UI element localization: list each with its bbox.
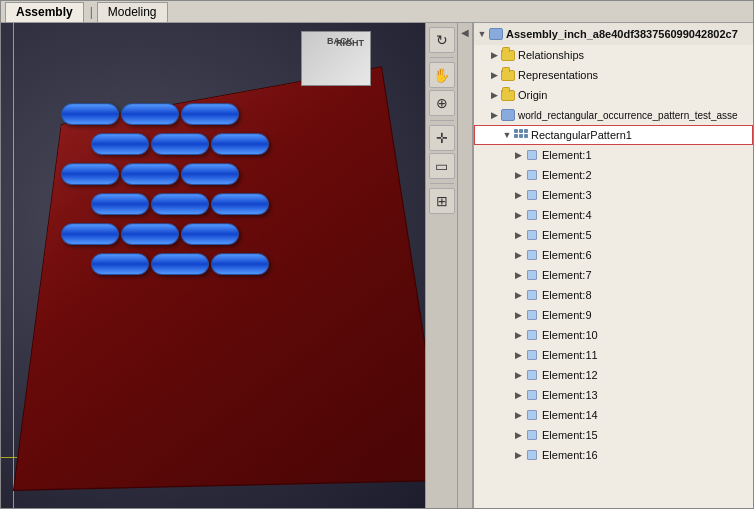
tree-item-element-8[interactable]: ▶ Element:8	[474, 285, 753, 305]
tree-item-element-14[interactable]: ▶ Element:14	[474, 405, 753, 425]
element-2-expander[interactable]: ▶	[512, 169, 524, 181]
rectangular-pattern-label: RectangularPattern1	[531, 129, 632, 141]
element-13-label: Element:13	[542, 389, 598, 401]
tree-item-world-occurrence[interactable]: ▶ world_rectangular_occurrence_pattern_t…	[474, 105, 753, 125]
element-icon-13	[524, 388, 540, 402]
root-expander[interactable]: ▼	[476, 28, 488, 40]
representations-label: Representations	[518, 69, 598, 81]
world-expander[interactable]: ▶	[488, 109, 500, 121]
tree-item-rectangular-pattern[interactable]: ▼ RectangularPattern1	[474, 125, 753, 145]
tree-item-element-6[interactable]: ▶ Element:6	[474, 245, 753, 265]
element-8-expander[interactable]: ▶	[512, 289, 524, 301]
pan-icon: ✋	[433, 67, 450, 83]
nav-cube[interactable]: RIGHT BACK	[301, 31, 381, 96]
element-10-label: Element:10	[542, 329, 598, 341]
cylinder	[211, 133, 270, 155]
element-10-expander[interactable]: ▶	[512, 329, 524, 341]
tree-item-element-4[interactable]: ▶ Element:4	[474, 205, 753, 225]
nav-cube-back-label: BACK	[327, 36, 353, 46]
element-5-label: Element:5	[542, 229, 592, 241]
extra-tool-button[interactable]: ⊞	[429, 188, 455, 214]
toolbar-divider	[430, 57, 454, 58]
tree-item-relationships[interactable]: ▶ Relationships	[474, 45, 753, 65]
element-12-expander[interactable]: ▶	[512, 369, 524, 381]
move-tool-button[interactable]: ✛	[429, 125, 455, 151]
left-panel: RIGHT BACK ↻ ✋ ⊕	[1, 23, 457, 508]
world-occurrence-label: world_rectangular_occurrence_pattern_tes…	[518, 110, 738, 121]
tree-item-element-5[interactable]: ▶ Element:5	[474, 225, 753, 245]
relationships-expander[interactable]: ▶	[488, 49, 500, 61]
tree-item-element-10[interactable]: ▶ Element:10	[474, 325, 753, 345]
pattern-expander[interactable]: ▼	[501, 129, 513, 141]
element-13-expander[interactable]: ▶	[512, 389, 524, 401]
folder-icon-2	[500, 68, 516, 82]
element-16-expander[interactable]: ▶	[512, 449, 524, 461]
tab-modeling[interactable]: Modeling	[97, 2, 168, 22]
element-11-label: Element:11	[542, 349, 598, 361]
element-3-expander[interactable]: ▶	[512, 189, 524, 201]
tree-item-element-3[interactable]: ▶ Element:3	[474, 185, 753, 205]
cyl-row-6	[91, 253, 361, 275]
tree-item-element-2[interactable]: ▶ Element:2	[474, 165, 753, 185]
tree-item-origin[interactable]: ▶ Origin	[474, 85, 753, 105]
element-14-label: Element:14	[542, 409, 598, 421]
element-3-label: Element:3	[542, 189, 592, 201]
element-icon-9	[524, 308, 540, 322]
element-5-expander[interactable]: ▶	[512, 229, 524, 241]
tree-item-element-9[interactable]: ▶ Element:9	[474, 305, 753, 325]
origin-expander[interactable]: ▶	[488, 89, 500, 101]
viewport[interactable]: RIGHT BACK ↻ ✋ ⊕	[1, 23, 457, 508]
cyl-row-1	[61, 103, 361, 125]
tree-item-element-12[interactable]: ▶ Element:12	[474, 365, 753, 385]
tree-item-representations[interactable]: ▶ Representations	[474, 65, 753, 85]
tree-container[interactable]: ▼ Assembly_inch_a8e40df383756099042802c7…	[474, 23, 753, 508]
assembly-icon	[488, 27, 504, 41]
element-9-label: Element:9	[542, 309, 592, 321]
element-15-expander[interactable]: ▶	[512, 429, 524, 441]
element-6-expander[interactable]: ▶	[512, 249, 524, 261]
element-12-label: Element:12	[542, 369, 598, 381]
cylinder	[61, 223, 120, 245]
element-6-label: Element:6	[542, 249, 592, 261]
cylinder	[181, 223, 240, 245]
element-1-expander[interactable]: ▶	[512, 149, 524, 161]
pan-tool-button[interactable]: ✋	[429, 62, 455, 88]
element-7-expander[interactable]: ▶	[512, 269, 524, 281]
box-tool-button[interactable]: ▭	[429, 153, 455, 179]
element-icon-11	[524, 348, 540, 362]
element-16-label: Element:16	[542, 449, 598, 461]
element-7-label: Element:7	[542, 269, 592, 281]
extra-icon: ⊞	[436, 193, 448, 209]
element-11-expander[interactable]: ▶	[512, 349, 524, 361]
tree-root-item[interactable]: ▼ Assembly_inch_a8e40df383756099042802c7	[474, 23, 753, 45]
zoom-tool-button[interactable]: ⊕	[429, 90, 455, 116]
element-icon-5	[524, 228, 540, 242]
tree-item-element-13[interactable]: ▶ Element:13	[474, 385, 753, 405]
element-9-expander[interactable]: ▶	[512, 309, 524, 321]
cylinder	[151, 193, 210, 215]
collapse-bar[interactable]: ◀	[457, 23, 473, 508]
tree-item-element-1[interactable]: ▶ Element:1	[474, 145, 753, 165]
tree-item-element-7[interactable]: ▶ Element:7	[474, 265, 753, 285]
nav-cube-face[interactable]: RIGHT BACK	[301, 31, 371, 86]
tree-item-element-11[interactable]: ▶ Element:11	[474, 345, 753, 365]
box-icon: ▭	[435, 158, 448, 174]
element-icon-15	[524, 428, 540, 442]
element-4-expander[interactable]: ▶	[512, 209, 524, 221]
representations-expander[interactable]: ▶	[488, 69, 500, 81]
cylinder	[91, 193, 150, 215]
element-icon-7	[524, 268, 540, 282]
tree-item-element-16[interactable]: ▶ Element:16	[474, 445, 753, 465]
move-icon: ✛	[436, 130, 448, 146]
element-14-expander[interactable]: ▶	[512, 409, 524, 421]
y-axis-line	[13, 23, 14, 508]
collapse-arrow-icon: ◀	[461, 27, 469, 38]
cylinder	[61, 103, 120, 125]
cylinder	[151, 133, 210, 155]
element-icon-2	[524, 168, 540, 182]
cylinder	[211, 253, 270, 275]
tree-item-element-15[interactable]: ▶ Element:15	[474, 425, 753, 445]
tab-assembly[interactable]: Assembly	[5, 2, 84, 22]
cyl-row-3	[61, 163, 361, 185]
rotate-tool-button[interactable]: ↻	[429, 27, 455, 53]
